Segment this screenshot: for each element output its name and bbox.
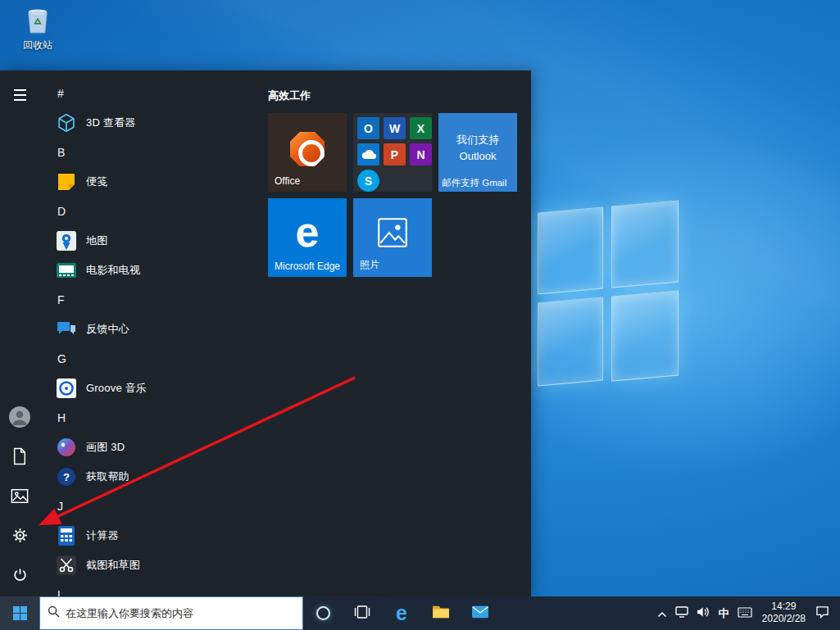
- documents-button[interactable]: [0, 438, 39, 478]
- app-list-letter-g[interactable]: G: [39, 344, 266, 374]
- tile-office-label: Office: [275, 175, 300, 187]
- mail-icon: [471, 605, 489, 623]
- windows-logo-icon: [13, 606, 27, 620]
- user-avatar-icon: [9, 406, 30, 431]
- clock-time: 14:29: [762, 601, 806, 613]
- chevron-up-icon: [657, 606, 667, 621]
- cortana-button[interactable]: [303, 596, 343, 630]
- recycle-bin-label: 回收站: [11, 39, 64, 52]
- app-list-letter-hash[interactable]: #: [39, 79, 266, 108]
- start-menu-rail: [0, 70, 39, 596]
- tray-expand-button[interactable]: [653, 596, 671, 630]
- app-list-item-calculator[interactable]: 计算器: [39, 521, 266, 551]
- speaker-icon: [697, 606, 711, 621]
- mail-promo-line2: Outlook: [438, 150, 517, 162]
- expand-menu-button[interactable]: [0, 75, 39, 115]
- start-menu-tiles: 高效工作 Office O W X P N S: [266, 70, 531, 596]
- power-button[interactable]: [0, 556, 39, 596]
- powerpoint-icon: P: [384, 143, 406, 165]
- document-icon: [12, 447, 27, 469]
- app-list-letter-d[interactable]: D: [39, 197, 266, 226]
- get-help-icon: ?: [54, 465, 79, 489]
- windows-logo-pane: [538, 297, 603, 387]
- tile-office-apps-promo[interactable]: O W X P N S: [353, 113, 432, 192]
- app-list-item-3d-viewer[interactable]: 3D 查看器: [39, 108, 266, 138]
- edge-logo-icon: e: [296, 211, 320, 253]
- search-input[interactable]: [66, 607, 295, 619]
- app-list-item-feedback-hub[interactable]: 反馈中心: [39, 315, 266, 344]
- app-list-letter-l[interactable]: L: [39, 580, 266, 596]
- action-center-icon: [815, 605, 829, 622]
- clock-date: 2020/2/28: [762, 613, 806, 625]
- app-list-item-get-help[interactable]: ? 获取帮助: [39, 462, 266, 492]
- taskbar: e: [0, 596, 840, 630]
- svg-text:?: ?: [63, 471, 70, 483]
- edge-taskbar-button[interactable]: e: [382, 596, 421, 630]
- gear-icon: [11, 527, 29, 547]
- ime-language-label: 中: [719, 606, 729, 621]
- search-icon: [48, 605, 60, 621]
- feedback-hub-icon: [54, 317, 79, 342]
- app-list-item-snip-sketch[interactable]: 截图和草图: [39, 551, 266, 580]
- mail-taskbar-button[interactable]: [461, 596, 500, 630]
- tile-office[interactable]: Office: [268, 113, 347, 192]
- start-menu-app-list: # 3D 查看器 B 便笺 D: [39, 70, 266, 596]
- power-icon: [12, 567, 28, 586]
- mail-promo-line1: 我们支持: [438, 133, 517, 147]
- file-explorer-button[interactable]: [421, 596, 461, 630]
- keyboard-icon: [738, 606, 752, 621]
- app-list-item-sticky-notes[interactable]: 便笺: [39, 167, 266, 197]
- app-list-item-paint-3d[interactable]: 画图 3D: [39, 433, 266, 462]
- word-icon: W: [384, 117, 406, 139]
- maps-icon: [54, 229, 79, 253]
- photos-icon: [375, 222, 410, 253]
- 3d-viewer-icon: [54, 111, 79, 135]
- app-list-letter-b[interactable]: B: [39, 138, 266, 167]
- app-list-item-movies-tv[interactable]: 电影和电视: [39, 256, 266, 285]
- tile-microsoft-edge[interactable]: e Microsoft Edge: [268, 198, 347, 277]
- app-list-letter-j[interactable]: J: [39, 492, 266, 521]
- office-apps-grid: O W X P N S: [353, 113, 432, 192]
- onedrive-icon: [357, 143, 379, 165]
- ime-indicator[interactable]: 中: [715, 596, 733, 630]
- desktop: 回收站: [0, 0, 840, 630]
- hamburger-icon: [14, 89, 26, 101]
- volume-button[interactable]: [692, 596, 715, 630]
- windows-logo-pane: [611, 290, 679, 381]
- tile-mail-promo[interactable]: 我们支持 Outlook 邮件支持 Gmail: [438, 113, 517, 192]
- onenote-icon: N: [410, 143, 432, 165]
- windows-logo-pane: [611, 200, 679, 288]
- user-account-button[interactable]: [0, 399, 39, 438]
- app-list-letter-h[interactable]: H: [39, 403, 266, 433]
- pictures-button[interactable]: [0, 478, 39, 517]
- edge-icon: e: [396, 603, 407, 623]
- tile-photos[interactable]: 照片: [353, 198, 432, 277]
- tile-edge-label: Microsoft Edge: [275, 261, 340, 272]
- app-list-letter-f[interactable]: F: [39, 285, 266, 315]
- touch-keyboard-button[interactable]: [733, 596, 756, 630]
- outlook-icon: O: [357, 117, 379, 139]
- tiles-group-label[interactable]: 高效工作: [268, 88, 311, 103]
- system-tray: 中 14:29 2020/2/28: [653, 596, 840, 630]
- recycle-bin-shortcut[interactable]: 回收站: [11, 7, 64, 52]
- office-logo-icon: [290, 132, 325, 166]
- task-view-icon: [354, 605, 370, 622]
- taskbar-search-box[interactable]: [39, 596, 303, 630]
- network-status-button[interactable]: [671, 596, 692, 630]
- groove-music-icon: [54, 376, 79, 401]
- start-button[interactable]: [0, 596, 39, 630]
- start-menu: # 3D 查看器 B 便笺 D: [0, 70, 531, 596]
- recycle-bin-icon: [25, 23, 51, 37]
- app-list-item-maps[interactable]: 地图: [39, 226, 266, 256]
- taskbar-clock[interactable]: 14:29 2020/2/28: [756, 596, 811, 630]
- app-list-item-groove-music[interactable]: Groove 音乐: [39, 374, 266, 403]
- mail-promo-line3: 邮件支持 Gmail: [442, 177, 506, 189]
- action-center-button[interactable]: [811, 596, 833, 630]
- cortana-icon: [316, 606, 330, 620]
- settings-button[interactable]: [0, 517, 39, 556]
- skype-icon: S: [357, 170, 379, 192]
- task-view-button[interactable]: [343, 596, 382, 630]
- tile-photos-label: 照片: [360, 258, 379, 272]
- network-icon: [675, 606, 688, 621]
- pictures-icon: [11, 488, 29, 507]
